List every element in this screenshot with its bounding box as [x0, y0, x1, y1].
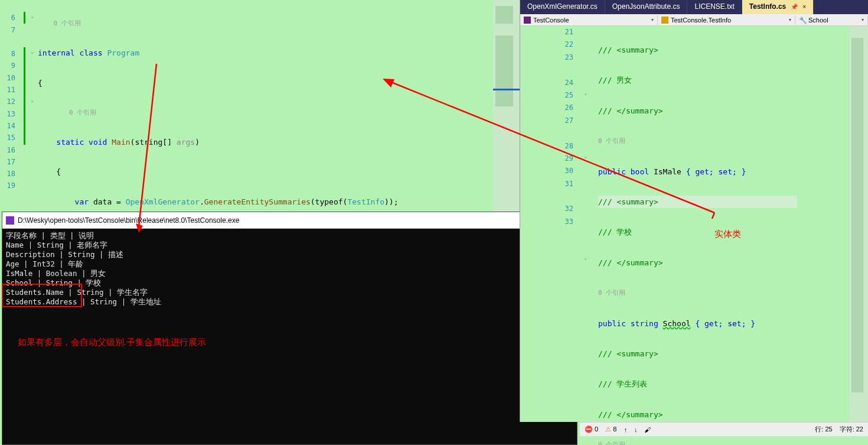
console-title: D:\Wesky\open-tools\TestConsole\bin\Rele… — [18, 216, 239, 225]
tab-license[interactable]: LICENSE.txt — [687, 0, 742, 14]
entity-annotation: 实体类 — [714, 229, 741, 240]
console-icon — [6, 216, 14, 225]
file-tabs: OpenXmlGenerator.cs OpenJsonAttribute.cs… — [520, 0, 868, 14]
namespace-selector[interactable]: TestConsole▾ — [520, 15, 658, 25]
right-minimap[interactable] — [849, 26, 868, 422]
left-editor: 678910111213141516171819 ⌄ ⌄ ⌄ 0 个引用 int… — [0, 0, 520, 213]
warning-count[interactable]: ⚠ 8 — [605, 425, 616, 433]
member-selector[interactable]: 🔧School▾ — [795, 15, 868, 25]
class-selector[interactable]: TestConsole.TestInfo▾ — [658, 15, 795, 25]
chevron-down-icon[interactable]: ⌄ — [31, 97, 34, 103]
navigation-bar: TestConsole▾ TestConsole.TestInfo▾ 🔧Scho… — [520, 14, 868, 26]
status-bar: ⛔ 0 ⚠ 8 ↑ ↓ 🖌 行: 25 字符: 22 — [580, 422, 868, 436]
left-line-numbers: 678910111213141516171819 — [0, 0, 18, 192]
error-count[interactable]: ⛔ 0 — [585, 425, 598, 433]
line-indicator[interactable]: 行: 25 — [815, 425, 832, 434]
csharp-icon — [524, 17, 531, 24]
close-icon[interactable]: × — [802, 4, 806, 10]
annotation-box — [2, 284, 82, 307]
tab-openxmlgenerator[interactable]: OpenXmlGenerator.cs — [520, 0, 605, 14]
chevron-down-icon[interactable]: ⌄ — [31, 13, 34, 19]
chevron-down-icon[interactable]: ⌄ — [584, 255, 587, 261]
right-code-body[interactable]: 21222324252627282930313233 ⌄ ⌄ ⌄ /// <su… — [520, 26, 868, 422]
brush-icon[interactable]: 🖌 — [644, 426, 651, 433]
annotation-text: 如果有多层，会自动父级别.子集合属性进行展示 — [18, 337, 206, 348]
chevron-down-icon: ▾ — [862, 17, 864, 22]
chevron-down-icon[interactable]: ⌄ — [584, 90, 587, 96]
chevron-down-icon: ▾ — [651, 17, 654, 22]
console-output[interactable]: 字段名称 | 类型 | 说明Name | String | 老师名字Descri… — [2, 229, 577, 309]
tab-openjsonattribute[interactable]: OpenJsonAttribute.cs — [605, 0, 688, 14]
chevron-down-icon[interactable]: ⌄ — [31, 48, 34, 54]
chevron-down-icon: ▾ — [789, 17, 791, 22]
console-window: D:\Wesky\open-tools\TestConsole\bin\Rele… — [2, 212, 577, 445]
class-icon — [661, 17, 668, 24]
right-line-numbers: 21222324252627282930313233 — [520, 26, 578, 228]
up-arrow-icon[interactable]: ↑ — [624, 426, 627, 433]
wrench-icon: 🔧 — [799, 17, 806, 24]
console-titlebar[interactable]: D:\Wesky\open-tools\TestConsole\bin\Rele… — [2, 212, 577, 229]
down-arrow-icon[interactable]: ↓ — [634, 426, 638, 433]
char-indicator[interactable]: 字符: 22 — [840, 425, 863, 434]
chevron-down-icon[interactable]: ⌄ — [584, 153, 587, 159]
right-editor: OpenXmlGenerator.cs OpenJsonAttribute.cs… — [520, 0, 868, 422]
tab-testinfo[interactable]: TestInfo.cs📌× — [742, 0, 814, 14]
pin-icon[interactable]: 📌 — [791, 4, 798, 10]
left-minimap[interactable] — [493, 0, 520, 213]
